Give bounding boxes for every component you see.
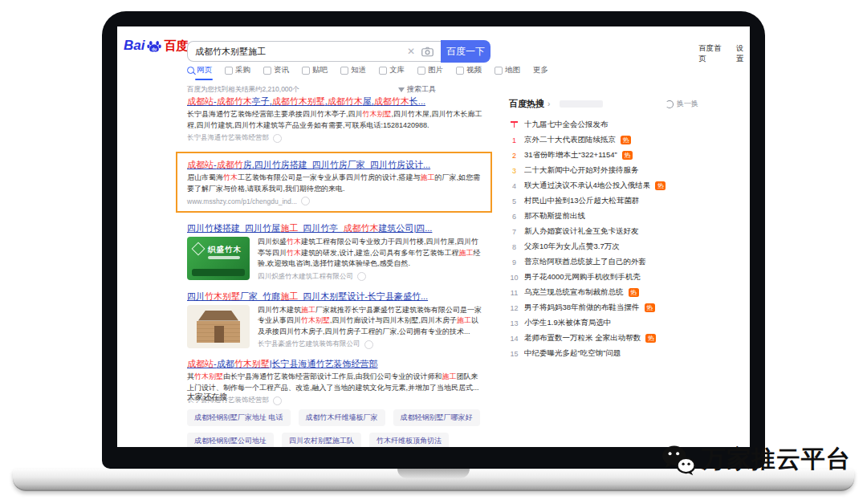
hot-item-text: 新人办婚宴设计礼金互免卡送好友 [524,226,639,237]
tab-贴吧[interactable]: 贴吧 [302,65,328,75]
related-search-chip[interactable]: 成都轻钢别墅厂家地址 电话 [187,409,291,426]
hot-search-item[interactable]: 4联大通过决议不承认4地公投入俄结果热 [509,178,698,193]
info-icon[interactable] [364,340,373,349]
thumbnail-line [208,256,240,259]
tab-文库[interactable]: 文库 [379,65,405,75]
tab-icon [263,67,271,75]
result-thumbnail[interactable]: 织盛竹木 [187,237,250,280]
result-thumbnail[interactable] [187,305,250,348]
info-icon[interactable] [273,134,282,143]
search-button[interactable]: 百度一下 [441,40,490,63]
result-title-link[interactable]: 成都站-成都竹木亭子,成都竹木别墅,成都竹木屋,成都竹木长... [187,96,482,107]
hot-badge: 热 [629,288,639,297]
link-baidu-home[interactable]: 百度首页 [698,43,726,64]
tab-更多[interactable]: 更多 [533,65,548,75]
text-segment: 成都站 [187,96,214,106]
hot-rank: 15 [509,350,519,358]
svg-text:du: du [152,47,157,51]
result-source: 长宁县海通竹艺装饰经营部 [187,133,482,143]
tab-知道[interactable]: 知道 [340,65,366,75]
laptop-notch [397,469,470,478]
tab-图片[interactable]: 图片 [417,65,443,75]
text-segment: |长宁县海通竹艺装饰经营部 [270,359,378,368]
tab-icon [379,67,387,75]
text-segment: 施工 [280,291,298,301]
hot-search-item[interactable]: 8父亲10年为女儿点赞3.7万次 [509,239,698,254]
hot-item-text: 乌克兰现总统宣布制裁前总统 [524,287,624,298]
hot-search-item[interactable]: 十九届七中全会公报发布 [509,117,698,132]
tab-资讯[interactable]: 资讯 [263,65,289,75]
text-segment: 四川竹房搭建_四川竹房厂家_四川竹房设计... [254,160,430,169]
hot-search-item[interactable]: 7新人办婚宴设计礼金互免卡送好友 [509,224,698,239]
hot-search-item[interactable]: 11乌克兰现总统宣布制裁前总统热 [509,285,698,300]
search-result: 成都站-成都竹木亭子,成都竹木别墅,成都竹木屋,成都竹木长...长宁县海通竹艺装… [187,96,482,143]
tab-视频[interactable]: 视频 [456,65,482,75]
tab-icon [302,67,310,75]
result-source: 长宁县豪盛竹艺建筑装饰有限公司 [258,339,482,349]
hot-search-item[interactable]: 1京外二十大代表团陆续抵京热 [509,132,698,148]
text-segment: ,四川竹廊设计与四川木别墅,四川木房子 [330,316,457,324]
hot-search-item[interactable]: 13小学生1.9米被体育局选中 [509,315,698,331]
text-segment: 竹木别墅 [194,372,223,380]
hot-rank: 9 [509,258,519,266]
hot-search-item[interactable]: 5村民山中捡到13公斤超大松茸菌群 [509,193,698,209]
text-segment: 眉山市蜀海 [187,173,223,181]
text-segment: 竹木别墅 [363,110,392,118]
related-search-chip[interactable]: 成都轻钢别墅厂哪家好 [393,409,480,426]
text-segment: 由长宁县海通竹艺装饰经营部设计工作后,由我们公司专业的设计师和 [223,372,442,380]
hot-item-text: 老师布置数一万粒米 全家出动帮数 [524,333,641,343]
tab-网页[interactable]: 网页 [187,65,212,75]
tab-label: 贴吧 [312,65,328,75]
hot-search-item[interactable]: 231省份昨增本土“322+1154”热 [509,148,698,163]
hot-rank: 4 [509,182,519,190]
hot-search-item[interactable]: 12男子将妈妈38年前做的布鞋当摆件热 [509,300,698,315]
hot-search-item[interactable]: 14老师布置数一万粒米 全家出动帮数热 [509,331,698,346]
hot-search-title[interactable]: 百度热搜 [509,98,544,110]
related-chips: 成都轻钢别墅厂家地址 电话成都竹木纤维墙板厂家成都轻钢别墅厂哪家好成都轻钢别墅公… [187,409,508,447]
watermark: 万家推云平台 [660,443,851,476]
house-roof [192,311,245,321]
top-pin-icon [511,120,518,128]
search-tools[interactable]: 搜索工具 [398,84,436,95]
hot-item-text: 联大通过决议不承认4地公投入俄结果 [524,181,650,191]
info-icon[interactable] [301,197,310,205]
source-text: 长宁县海通竹艺装饰经营部 [187,133,269,143]
search-input[interactable]: 成都竹木别墅施工 ✕ [187,41,441,62]
related-search-chip[interactable]: 成都轻钢别墅公司地址 [187,433,274,447]
tab-地图[interactable]: 地图 [495,65,520,75]
baidu-logo[interactable]: Bai du 百度 [124,38,188,54]
result-title-link[interactable]: 成都站-成都竹木别墅|长宁县海通竹艺装饰经营部 [187,358,482,369]
text-segment: 屋, [363,96,374,106]
laptop-screen: Bai du 百度 成都竹木别墅施工 ✕ [117,26,750,447]
hot-search-item[interactable]: 9普京给阿联酋总统披上了自己的外套 [509,254,698,270]
text-segment: 竹木别墅 [234,359,270,368]
related-search-chip[interactable]: 竹木纤维板顶角切法 [369,433,449,447]
hot-item-text: 十九届七中全会公报发布 [524,120,609,130]
result-description: 长宁县海通竹艺装饰经营部主要承接四川竹木亭子,四川竹木别墅,四川竹木屋,四川竹木… [187,109,482,131]
text-segment: 成都 [217,359,234,368]
text-segment: 竹木 [287,238,301,246]
tab-采购[interactable]: 采购 [225,65,250,75]
camera-icon[interactable] [421,47,434,57]
hot-item-text: 中纪委曝光多起“吃空饷”问题 [524,348,621,359]
page: Bai du 百度 成都竹木别墅施工 ✕ [0,0,867,504]
search-bar: 成都竹木别墅施工 ✕ 百度一下 [187,40,490,63]
refresh-button[interactable]: 换一换 [666,99,698,109]
house-door [214,326,224,343]
link-settings[interactable]: 设置 [736,43,750,64]
hot-search-item[interactable]: 3二十大新闻中心开始对外接待服务 [509,163,698,178]
hot-item-text: 普京给阿联酋总统披上了自己的外套 [524,257,646,267]
related-search-chip[interactable]: 四川农村别墅施工队 [282,433,361,447]
chevron-right-icon: › [547,100,550,108]
hot-search-item[interactable]: 6那不勒斯提前出线 [509,209,698,224]
result-title-link[interactable]: 成都站-成都竹房,四川竹房搭建_四川竹房厂家_四川竹房设计... [187,159,481,170]
info-icon[interactable] [357,272,366,281]
related-search-chip[interactable]: 成都竹木纤维墙板厂家 [299,409,385,426]
clear-icon[interactable]: ✕ [407,47,415,56]
hot-rank: 7 [509,228,519,236]
result-description: 眉山市蜀海竹木工艺装饰有限公司是一家专业从事四川竹房的设计,搭建与施工的厂家,如… [187,173,481,194]
hot-search-item[interactable]: 15中纪委曝光多起“吃空饷”问题 [509,346,698,361]
result-title-link[interactable]: 四川竹木别墅厂家_竹廊施工_四川木别墅设计-长宁县豪盛竹... [187,291,482,302]
result-title-link[interactable]: 四川竹楼搭建_四川竹屋施工_四川竹亭_成都竹木建筑公司|四... [187,222,482,234]
hot-search-item[interactable]: 10男子花4000元网购手机收到手机壳 [509,270,698,285]
